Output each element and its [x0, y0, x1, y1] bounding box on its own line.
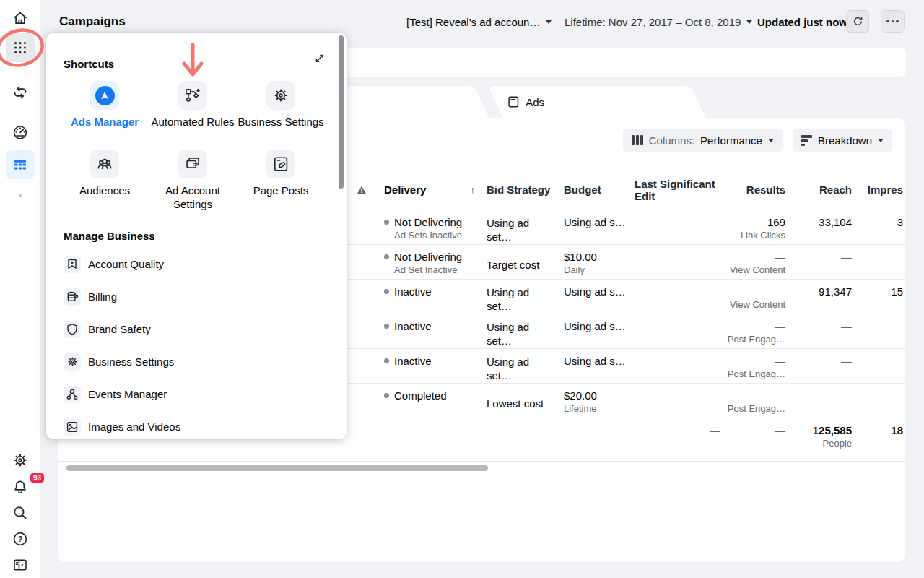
- nav-help[interactable]: [0, 530, 40, 548]
- gear-icon: [12, 452, 29, 469]
- refresh-icon: [851, 14, 865, 28]
- updated-status: Updated just now: [757, 16, 847, 28]
- warning-icon: [357, 185, 367, 195]
- loop-arrows-icon: [12, 84, 29, 101]
- nav-all-tools[interactable]: [0, 33, 40, 62]
- breakdown-label: Breakdown: [818, 134, 872, 147]
- date-range-label: Lifetime: Nov 27, 2017 – Oct 8, 2019: [565, 16, 741, 28]
- column-header-bid-strategy[interactable]: Bid Strategy: [479, 184, 554, 196]
- expand-icon: [314, 53, 325, 64]
- delivery-status-dot: [384, 324, 389, 329]
- gear-icon: [272, 87, 289, 104]
- ad-account-selector-label: [Test] Reveal's ad accoun…: [406, 16, 540, 28]
- menu-item-events-manager[interactable]: Events Manager: [64, 378, 335, 410]
- delivery-status-dot: [384, 393, 389, 398]
- expand-button[interactable]: [314, 53, 325, 64]
- warning-column-header[interactable]: [357, 185, 371, 195]
- ellipsis-icon: [886, 20, 899, 23]
- notification-badge: 93: [30, 473, 44, 483]
- columns-icon: [632, 135, 643, 145]
- columns-value: Performance: [700, 134, 762, 147]
- image-icon: [66, 420, 79, 434]
- nav-notifications[interactable]: 93: [0, 478, 40, 496]
- nav-ads-reporting-active[interactable]: [0, 150, 40, 179]
- column-header-last-significant-edit[interactable]: Last Significant Edit: [627, 178, 722, 202]
- menu-item-brand-safety[interactable]: Brand Safety: [64, 313, 335, 345]
- left-navigation-rail: 93: [0, 0, 40, 578]
- delivery-status-dot: [384, 220, 389, 225]
- ads-manager-icon: [95, 86, 115, 105]
- shortcut-business-settings[interactable]: Business Settings: [237, 77, 325, 146]
- shortcuts-grid: Ads Manager Automated Rules Business Set…: [61, 77, 332, 215]
- coins-icon: [66, 290, 79, 303]
- help-icon: [12, 530, 29, 548]
- menu-item-billing[interactable]: Billing: [64, 280, 335, 313]
- home-icon: [12, 9, 29, 27]
- menu-item-images-and-videos[interactable]: Images and Videos: [64, 410, 335, 443]
- table-icon: [12, 156, 29, 173]
- horizontal-scrollbar[interactable]: [66, 465, 488, 471]
- nav-search[interactable]: [0, 504, 40, 522]
- sort-ascending-icon: ↑: [471, 184, 476, 195]
- column-header-impressions[interactable]: Impres: [852, 184, 905, 196]
- page-title: Campaigns: [59, 14, 126, 29]
- delivery-status-dot: [384, 358, 389, 363]
- chevron-down-icon: [746, 20, 752, 24]
- chevron-down-icon: [768, 139, 774, 142]
- page-posts-icon: [272, 155, 289, 173]
- audiences-icon: [96, 155, 113, 173]
- column-header-delivery[interactable]: Delivery ↑: [371, 184, 479, 196]
- ad-account-selector[interactable]: [Test] Reveal's ad accoun…: [406, 16, 552, 28]
- shield-icon: [66, 323, 79, 336]
- columns-prefix: Columns:: [649, 134, 694, 147]
- shortcuts-section-title: Shortcuts: [64, 58, 114, 70]
- columns-button[interactable]: Columns: Performance: [623, 129, 783, 152]
- column-header-budget[interactable]: Budget: [554, 184, 627, 196]
- menu-item-business-settings[interactable]: Business Settings: [64, 345, 335, 378]
- delivery-status-dot: [384, 254, 389, 259]
- rail-dot-indicator: [0, 194, 40, 197]
- breakdown-button[interactable]: Breakdown: [793, 129, 892, 152]
- menu-item-account-quality[interactable]: Account Quality: [64, 248, 335, 280]
- manage-business-section: Manage Business Account Quality Billing …: [64, 230, 335, 443]
- chevron-down-icon: [878, 139, 884, 142]
- nav-campaigns[interactable]: [0, 84, 40, 101]
- nav-settings[interactable]: [0, 452, 40, 469]
- ads-tab-icon: [507, 95, 520, 108]
- all-tools-flyout: Shortcuts Ads Manager Automated Rules Bu…: [46, 33, 346, 439]
- shortcut-page-posts[interactable]: Page Posts: [237, 146, 325, 215]
- delivery-status-dot: [384, 289, 389, 294]
- nodes-icon: [66, 388, 79, 401]
- gauge-icon: [12, 124, 29, 141]
- shield-heart-icon: [66, 258, 79, 271]
- flyout-scrollbar[interactable]: [339, 35, 344, 189]
- search-icon: [12, 504, 29, 522]
- refresh-button[interactable]: [846, 10, 869, 33]
- ad-account-settings-icon: [184, 155, 201, 173]
- shortcut-ad-account-settings[interactable]: Ad Account Settings: [149, 146, 237, 215]
- nav-home[interactable]: [0, 9, 40, 27]
- breakdown-icon: [801, 135, 812, 146]
- date-range-selector[interactable]: Lifetime: Nov 27, 2017 – Oct 8, 2019: [565, 16, 752, 28]
- chevron-down-icon: [546, 20, 552, 24]
- column-header-reach[interactable]: Reach: [785, 184, 852, 196]
- shortcut-ads-manager[interactable]: Ads Manager: [61, 77, 149, 146]
- manage-business-title: Manage Business: [64, 230, 335, 242]
- automated-rules-icon: [184, 87, 201, 104]
- column-header-results[interactable]: Results: [722, 184, 785, 196]
- apps-grid-icon: [12, 40, 28, 56]
- ads-tab-label: Ads: [526, 96, 544, 108]
- shortcut-audiences[interactable]: Audiences: [61, 146, 149, 215]
- nav-collapse-panel[interactable]: [0, 556, 40, 574]
- bell-icon: [12, 478, 29, 496]
- nav-account-overview[interactable]: [0, 124, 40, 141]
- shortcut-automated-rules[interactable]: Automated Rules: [149, 77, 237, 146]
- tab-ads[interactable]: Ads: [488, 86, 706, 118]
- gear-icon: [66, 355, 79, 368]
- panel-collapse-icon: [12, 556, 29, 574]
- more-options-button[interactable]: [881, 10, 905, 33]
